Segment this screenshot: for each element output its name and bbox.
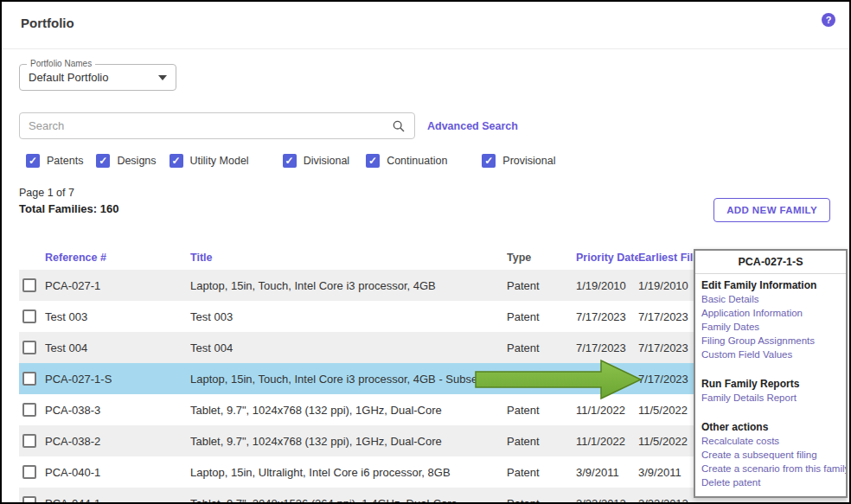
filter-patents[interactable]: ✓Patents — [26, 154, 83, 168]
row-checkbox[interactable] — [22, 403, 36, 417]
menu-item-create-a-scenario-from-this-family[interactable]: Create a scenario from this family — [695, 462, 846, 475]
portfolio-names-value: Default Portfolio — [29, 71, 158, 84]
family-actions-menu-title: PCA-027-1-S — [695, 251, 846, 274]
filter-label: Divisional — [304, 155, 350, 167]
page-count: Page 1 of 7 — [19, 187, 118, 199]
title-cell: Test 003 — [190, 310, 507, 323]
search-box — [19, 112, 415, 139]
title-cell: Tablet, 9.7", 2048x1536 (264 ppi), 1.4GH… — [190, 497, 507, 504]
row-checkbox-cell — [19, 278, 45, 293]
title-cell: Tablet, 9.7", 1024x768 (132 ppi), 1GHz, … — [190, 435, 507, 448]
type-cell: Patent — [507, 466, 576, 479]
column-header-priority-date[interactable]: Priority Date — [576, 252, 638, 264]
priority-date-cell: 7/17/2023 — [576, 310, 638, 323]
portfolio-page: Portfolio ? Portfolio Names Default Port… — [0, 0, 851, 504]
title-cell: Laptop, 15in, Ultralight, Intel Core i6 … — [190, 466, 507, 479]
filter-label: Continuation — [387, 155, 447, 167]
checkbox-checked-icon[interactable]: ✓ — [283, 154, 297, 168]
reference-cell: PCA-038-2 — [45, 435, 190, 448]
priority-date-cell: 11/1/2022 — [576, 435, 638, 448]
portfolio-names-select[interactable]: Portfolio Names Default Portfolio — [19, 64, 176, 91]
page-title: Portfolio — [21, 16, 830, 30]
title-cell: Laptop, 15in, Touch, Intel Core i3 proce… — [190, 279, 507, 292]
priority-date-cell: 7/17/2023 — [576, 341, 638, 354]
annotation-arrow-icon — [474, 358, 643, 401]
menu-section-run-family-reports: Run Family ReportsFamily Details Report — [695, 373, 846, 405]
menu-item-family-dates[interactable]: Family Dates — [695, 320, 846, 334]
advanced-search-link[interactable]: Advanced Search — [427, 120, 518, 132]
column-header-type: Type — [507, 252, 576, 264]
type-cell: Patent — [507, 404, 576, 417]
checkbox-checked-icon[interactable]: ✓ — [170, 154, 183, 168]
row-checkbox[interactable] — [22, 434, 36, 448]
title-cell: Laptop, 15in, Touch, Intel Core i3 proce… — [190, 373, 507, 386]
search-input[interactable] — [29, 119, 392, 132]
filter-label: Patents — [47, 155, 83, 167]
help-icon[interactable]: ? — [822, 13, 835, 27]
row-checkbox-cell — [19, 372, 45, 386]
filter-label: Utility Model — [190, 155, 249, 167]
type-cell: Patent — [507, 279, 576, 292]
column-header-reference[interactable]: Reference # — [45, 252, 190, 264]
menu-item-family-details-report[interactable]: Family Details Report — [695, 391, 846, 405]
pagination-info: Page 1 of 7 Total Families: 160 — [19, 187, 118, 215]
menu-section-header: Run Family Reports — [695, 377, 846, 391]
menu-item-create-a-subsequent-filing[interactable]: Create a subsequent filing — [695, 448, 846, 462]
menu-item-delete-patent[interactable]: Delete patent — [695, 475, 846, 489]
title-cell: Test 004 — [190, 341, 507, 354]
filter-continuation[interactable]: ✓Continuation — [366, 154, 447, 168]
reference-cell: PCA-038-3 — [45, 404, 190, 417]
menu-section-header: Edit Family Information — [695, 278, 846, 292]
family-actions-menu-sections: Edit Family InformationBasic DetailsAppl… — [695, 274, 846, 489]
title-cell: Tablet, 9.7", 1024x768 (132 ppi), 1GHz, … — [190, 404, 507, 417]
chevron-down-icon — [158, 75, 167, 80]
family-actions-menu: PCA-027-1-S Edit Family InformationBasic… — [694, 249, 848, 498]
reference-cell: PCA-027-1 — [45, 279, 190, 292]
total-families: Total Families: 160 — [19, 202, 118, 215]
row-checkbox[interactable] — [22, 341, 36, 354]
menu-section-edit-family-information: Edit Family InformationBasic DetailsAppl… — [695, 274, 846, 361]
filter-label: Designs — [117, 155, 156, 167]
search-icon[interactable] — [392, 119, 406, 133]
priority-date-cell: 1/19/2010 — [576, 279, 638, 292]
reference-cell: Test 003 — [45, 310, 190, 323]
row-checkbox-cell — [19, 434, 45, 449]
priority-date-cell: 3/23/2012 — [576, 497, 638, 504]
row-checkbox-cell — [19, 403, 45, 418]
menu-item-basic-details[interactable]: Basic Details — [695, 292, 846, 306]
menu-item-recalculate-costs[interactable]: Recalculate costs — [695, 434, 846, 448]
checkbox-checked-icon[interactable]: ✓ — [366, 154, 380, 168]
checkbox-checked-icon[interactable]: ✓ — [482, 154, 496, 168]
add-new-family-button[interactable]: ADD NEW FAMILY — [713, 198, 830, 222]
menu-item-filing-group-assignments[interactable]: Filing Group Assignments — [695, 334, 846, 348]
menu-item-custom-field-values[interactable]: Custom Field Values — [695, 348, 846, 361]
filter-divisional[interactable]: ✓Divisional — [283, 154, 350, 168]
column-header-title[interactable]: Title — [190, 252, 507, 264]
filter-utility-model[interactable]: ✓Utility Model — [170, 154, 249, 168]
reference-cell: PCA-040-1 — [45, 466, 190, 479]
row-checkbox[interactable] — [22, 309, 36, 323]
type-cell: Patent — [507, 435, 576, 448]
reference-cell: PCA-044-1 — [45, 497, 190, 504]
reference-cell: PCA-027-1-S — [45, 373, 190, 386]
checkbox-checked-icon[interactable]: ✓ — [96, 154, 110, 168]
filter-checkboxes: ✓Patents✓Designs✓Utility Model✓Divisiona… — [26, 154, 555, 168]
type-cell: Patent — [507, 497, 576, 504]
type-cell: Patent — [507, 310, 576, 323]
priority-date-cell: 3/9/2011 — [576, 466, 638, 479]
row-checkbox-cell — [19, 309, 45, 324]
row-checkbox[interactable] — [22, 278, 36, 292]
portfolio-names-label: Portfolio Names — [27, 59, 95, 69]
checkbox-checked-icon[interactable]: ✓ — [26, 154, 40, 168]
row-checkbox[interactable] — [22, 496, 36, 504]
row-checkbox-cell — [19, 496, 45, 504]
filter-provisional[interactable]: ✓Provisional — [482, 154, 555, 168]
menu-section-other-actions: Other actionsRecalculate costsCreate a s… — [695, 416, 846, 489]
filter-label: Provisional — [502, 155, 555, 167]
row-checkbox[interactable] — [22, 465, 36, 479]
menu-item-application-information[interactable]: Application Information — [695, 306, 846, 320]
row-checkbox[interactable] — [22, 372, 36, 386]
reference-cell: Test 004 — [45, 341, 190, 354]
filter-designs[interactable]: ✓Designs — [96, 154, 156, 168]
type-cell: Patent — [507, 341, 576, 354]
